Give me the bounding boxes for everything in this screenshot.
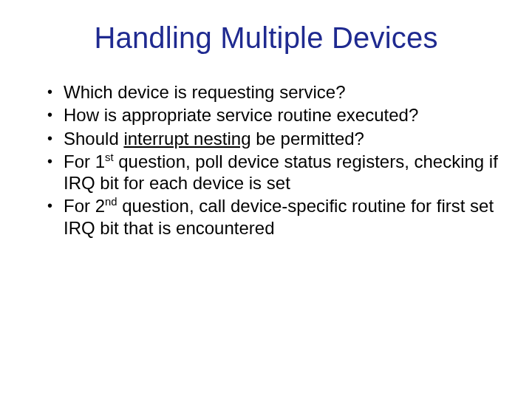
underlined-text: interrupt nesting [123, 129, 250, 149]
bullet-text: How is appropriate service routine execu… [64, 105, 418, 125]
bullet-text: Should [64, 129, 123, 149]
superscript: st [105, 151, 114, 163]
slide: Handling Multiple Devices Which device i… [0, 0, 532, 399]
bullet-text: question, poll device status registers, … [64, 151, 498, 193]
bullet-text: question, call device-specific routine f… [64, 196, 494, 237]
bullet-text: be permitted? [251, 129, 364, 149]
bullet-text: Which device is requesting service? [64, 82, 346, 102]
bullet-text: For 2 [64, 196, 105, 216]
list-item: Should interrupt nesting be permitted? [47, 128, 499, 149]
superscript: nd [105, 196, 117, 208]
list-item: Which device is requesting service? [47, 81, 499, 103]
bullet-text: For 1 [64, 151, 105, 171]
slide-title: Handling Multiple Devices [30, 21, 502, 55]
bullet-list: Which device is requesting service? How … [30, 81, 502, 239]
list-item: How is appropriate service routine execu… [47, 104, 499, 126]
list-item: For 1st question, poll device status reg… [47, 151, 499, 194]
list-item: For 2nd question, call device-specific r… [47, 195, 499, 239]
